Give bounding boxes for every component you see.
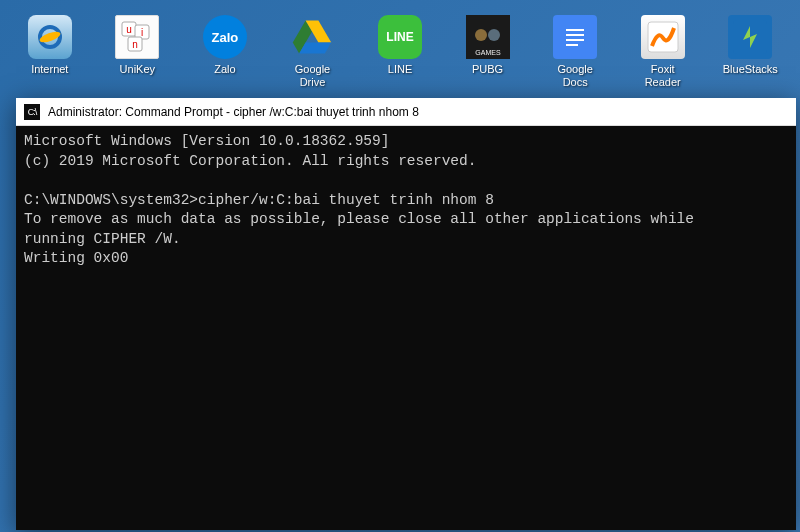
desktop-icon-zalo[interactable]: Zalo Zalo — [195, 15, 255, 76]
icon-label: UniKey — [120, 63, 155, 76]
svg-text:u: u — [127, 24, 133, 35]
svg-rect-12 — [560, 19, 590, 55]
svg-rect-16 — [566, 44, 578, 46]
google-docs-icon — [553, 15, 597, 59]
terminal-line: Writing 0x00 — [24, 250, 128, 266]
icon-label: Google Docs — [545, 63, 605, 89]
svg-rect-15 — [566, 39, 584, 41]
desktop-icon-line[interactable]: LINE LINE — [370, 15, 430, 76]
desktop-icon-unikey[interactable]: uin UniKey — [108, 15, 168, 76]
icon-label: LINE — [388, 63, 412, 76]
cmd-system-icon: C:\ — [24, 104, 40, 120]
window-title: Administrator: Command Prompt - cipher /… — [48, 105, 419, 119]
svg-point-9 — [475, 29, 487, 41]
bluestacks-icon — [728, 15, 772, 59]
unikey-icon: uin — [115, 15, 159, 59]
svg-text:i: i — [141, 27, 143, 38]
pubg-icon: GAMES — [466, 15, 510, 59]
terminal-line: Microsoft Windows [Version 10.0.18362.95… — [24, 133, 389, 149]
svg-rect-13 — [566, 29, 584, 31]
icon-label: Zalo — [214, 63, 235, 76]
terminal-line: running CIPHER /W. — [24, 231, 181, 247]
terminal-line: (c) 2019 Microsoft Corporation. All righ… — [24, 153, 476, 169]
svg-text:GAMES: GAMES — [475, 49, 501, 56]
desktop-icon-google-drive[interactable]: Google Drive — [283, 15, 343, 89]
desktop-icon-internet-explorer[interactable]: Internet — [20, 15, 80, 76]
desktop-icon-foxit-reader[interactable]: Foxit Reader — [633, 15, 693, 89]
window-titlebar[interactable]: C:\ Administrator: Command Prompt - ciph… — [16, 98, 796, 126]
icon-label: Google Drive — [283, 63, 343, 89]
desktop-icon-bluestacks[interactable]: BlueStacks — [721, 15, 781, 76]
svg-point-10 — [488, 29, 500, 41]
google-drive-icon — [290, 15, 334, 59]
svg-rect-14 — [566, 34, 584, 36]
desktop-icons-area: Internet uin UniKey Zalo Zalo Google Dri… — [0, 0, 800, 94]
internet-explorer-icon — [28, 15, 72, 59]
icon-label: PUBG — [472, 63, 503, 76]
foxit-reader-icon — [641, 15, 685, 59]
desktop-icon-pubg[interactable]: GAMES PUBG — [458, 15, 518, 76]
terminal-line: To remove as much data as possible, plea… — [24, 211, 694, 227]
terminal-output[interactable]: Microsoft Windows [Version 10.0.18362.95… — [16, 126, 796, 530]
icon-label: Foxit Reader — [633, 63, 693, 89]
command-prompt-window[interactable]: C:\ Administrator: Command Prompt - ciph… — [16, 98, 796, 530]
icon-label: BlueStacks — [723, 63, 778, 76]
icon-label: Internet — [31, 63, 68, 76]
zalo-icon: Zalo — [203, 15, 247, 59]
svg-text:n: n — [133, 39, 139, 50]
line-icon: LINE — [378, 15, 422, 59]
terminal-line: C:\WINDOWS\system32>cipher/w:C:bai thuye… — [24, 192, 494, 208]
desktop-icon-google-docs[interactable]: Google Docs — [545, 15, 605, 89]
